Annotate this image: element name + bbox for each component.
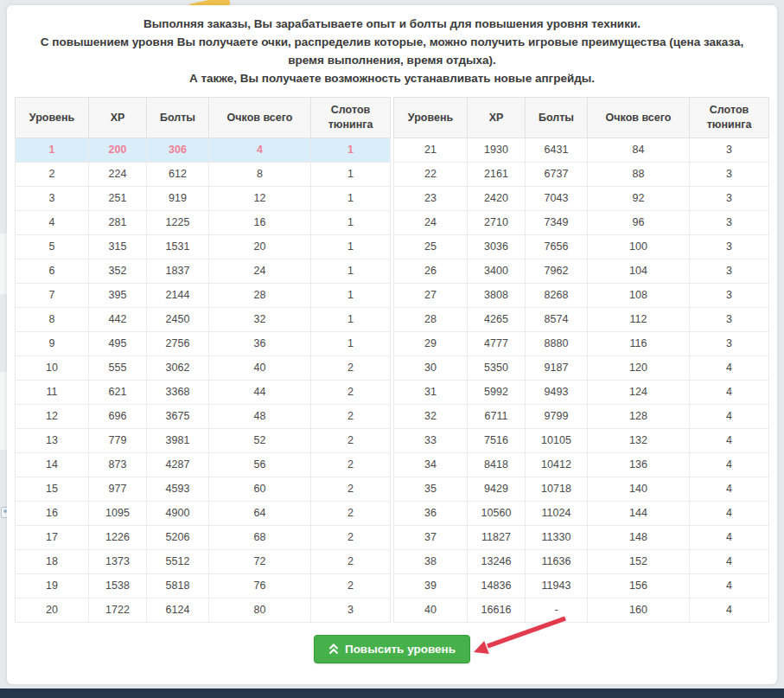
table-cell: 7: [16, 283, 89, 307]
table-cell: 108: [588, 283, 690, 307]
table-cell: 21: [394, 138, 468, 162]
table-row: 42811225161: [16, 210, 391, 234]
table-cell: 60: [209, 477, 311, 501]
level-info-panel: Выполняя заказы, Вы зарабатываете опыт и…: [7, 5, 777, 684]
table-cell: 12: [209, 186, 311, 210]
table-cell: 37: [394, 525, 468, 549]
table-cell: 8: [16, 307, 89, 331]
table-cell: 32: [394, 404, 468, 428]
table-header-row: УровеньXPБолтыОчков всегоСлотов тюнинга: [394, 97, 769, 138]
table-cell: 38: [394, 549, 468, 573]
table-row: 73952144281: [16, 283, 391, 307]
table-cell: 11024: [526, 501, 588, 525]
table-cell: 48: [209, 404, 311, 428]
table-cell: 44: [209, 380, 311, 404]
table-cell: 224: [89, 162, 147, 186]
table-cell: 16: [209, 210, 311, 234]
table-cell: 2: [16, 162, 89, 186]
table-row: 2324207043923: [394, 186, 769, 210]
table-cell: 120: [588, 355, 690, 380]
table-cell: 281: [89, 210, 147, 234]
table-cell: 1837: [147, 259, 209, 283]
table-cell: 2161: [468, 162, 526, 186]
table-cell: 4593: [147, 477, 209, 501]
table-cell: 144: [588, 501, 690, 525]
level-up-button[interactable]: Повысить уровень: [314, 635, 470, 663]
table-cell: 13: [16, 428, 89, 452]
table-header-row: УровеньXPБолтыОчков всегоСлотов тюнинга: [16, 97, 391, 138]
table-cell: 4: [690, 598, 769, 622]
level-tables: УровеньXPБолтыОчков всегоСлотов тюнинга …: [10, 97, 774, 623]
table-cell: 1: [311, 331, 391, 355]
column-header: Очков всего: [588, 97, 690, 138]
table-cell: 1: [311, 234, 391, 259]
table-cell: 3: [16, 186, 89, 210]
table-cell: 696: [89, 404, 147, 428]
table-cell: 6737: [526, 162, 588, 186]
table-row: 222461281: [16, 162, 391, 186]
table-cell: 9799: [526, 404, 588, 428]
table-cell: 5818: [147, 573, 209, 598]
table-cell: 555: [89, 355, 147, 380]
table-cell: 10718: [526, 477, 588, 501]
table-cell: 27: [394, 283, 468, 307]
table-cell: 3400: [468, 259, 526, 283]
table-cell: 132: [588, 428, 690, 452]
table-cell: 148: [588, 525, 690, 549]
table-cell: 16: [16, 501, 89, 525]
table-cell: 1: [311, 307, 391, 331]
table-cell: 4: [690, 428, 769, 452]
column-header: Очков всего: [209, 97, 311, 138]
table-cell: 4: [690, 355, 769, 380]
column-header: Уровень: [16, 97, 89, 138]
table-cell: 36: [209, 331, 311, 355]
levels-table-21-40: УровеньXPБолтыОчков всегоСлотов тюнинга …: [393, 97, 769, 623]
table-cell: 32: [209, 307, 311, 331]
table-cell: 395: [89, 283, 147, 307]
table-cell: 3: [690, 259, 769, 283]
table-cell: 136: [588, 452, 690, 477]
table-cell: 3: [690, 331, 769, 355]
table-cell: 11943: [526, 573, 588, 598]
table-cell: 40: [209, 355, 311, 380]
intro-line-3: А также, Вы получаете возможность устана…: [34, 70, 750, 88]
table-cell: 10105: [526, 428, 588, 452]
column-header: Болты: [526, 97, 588, 138]
table-cell: 8574: [526, 307, 588, 331]
table-row: 116213368442: [16, 380, 391, 404]
table-cell: 6: [16, 259, 89, 283]
table-row: 30535091871204: [394, 355, 769, 380]
table-cell: 2144: [147, 283, 209, 307]
table-cell: 1095: [89, 501, 147, 525]
table-cell: 2: [311, 404, 391, 428]
table-cell: 160: [588, 598, 690, 622]
table-cell: 873: [89, 452, 147, 477]
table-row: 26340079621043: [394, 259, 769, 283]
table-cell: 6431: [526, 138, 588, 162]
table-cell: 156: [588, 573, 690, 598]
table-cell: 2: [311, 525, 391, 549]
table-cell: 2: [311, 573, 391, 598]
table-cell: 124: [588, 380, 690, 404]
table-cell: 2: [311, 428, 391, 452]
table-cell: 8418: [468, 452, 526, 477]
table-row: 53151531201: [16, 234, 391, 259]
table-row: 63521837241: [16, 259, 391, 283]
table-cell: 2420: [468, 186, 526, 210]
table-cell: 5512: [147, 549, 209, 573]
column-header: Слотов тюнинга: [311, 97, 391, 138]
table-cell: 24: [394, 210, 468, 234]
table-cell: 4900: [147, 501, 209, 525]
table-cell: 96: [588, 210, 690, 234]
table-cell: 4: [690, 452, 769, 477]
table-cell: 104: [588, 259, 690, 283]
table-cell: 28: [209, 283, 311, 307]
table-cell: 4: [209, 138, 311, 162]
table-cell: 17: [16, 525, 89, 549]
table-cell: 779: [89, 428, 147, 452]
table-cell: 3: [690, 234, 769, 259]
table-row: 3251919121: [16, 186, 391, 210]
table-cell: 3: [690, 138, 769, 162]
table-cell: 3: [690, 162, 769, 186]
table-row: 3914836119431564: [394, 573, 769, 598]
